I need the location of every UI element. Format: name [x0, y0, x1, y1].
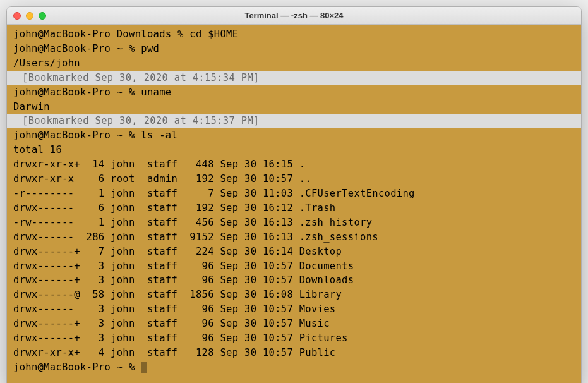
close-button[interactable] — [13, 12, 21, 20]
terminal-line: total 16 — [13, 143, 576, 157]
minimize-button[interactable] — [26, 12, 33, 20]
terminal-line: drwx------+ 3 john staff 96 Sep 30 10:57… — [13, 273, 576, 288]
terminal-line: john@MacBook-Pro ~ % ls -al — [13, 128, 576, 143]
terminal-line: john@MacBook-Pro ~ % uname — [13, 85, 576, 100]
terminal-line: drwx------ 6 john staff 192 Sep 30 16:12… — [13, 201, 576, 216]
terminal-line: drwx------ 3 john staff 96 Sep 30 10:57 … — [13, 302, 576, 317]
terminal-line: drwxr-xr-x+ 4 john staff 128 Sep 30 10:5… — [13, 346, 576, 360]
terminal-line: drwx------+ 3 john staff 96 Sep 30 10:57… — [13, 317, 576, 331]
terminal-line: john@MacBook-Pro Downloads % cd $HOME — [13, 27, 576, 42]
title-bar[interactable]: Terminal — -zsh — 80×24 — [7, 7, 581, 25]
terminal-body[interactable]: john@MacBook-Pro Downloads % cd $HOMEjoh… — [7, 25, 581, 383]
terminal-line: drwxr-xr-x+ 14 john staff 448 Sep 30 16:… — [13, 157, 576, 172]
terminal-line: john@MacBook-Pro ~ % pwd — [13, 42, 576, 56]
terminal-line: drwx------ 286 john staff 9152 Sep 30 16… — [13, 230, 576, 245]
terminal-line: drwx------+ 3 john staff 96 Sep 30 10:57… — [13, 259, 576, 274]
terminal-line: Darwin — [13, 100, 576, 114]
terminal-line: -rw------- 1 john staff 456 Sep 30 16:13… — [13, 216, 576, 230]
traffic-lights — [13, 12, 46, 20]
terminal-line: -r-------- 1 john staff 7 Sep 30 11:03 .… — [13, 186, 576, 201]
cursor — [141, 362, 147, 373]
terminal-line: /Users/john — [13, 56, 576, 71]
bookmark-line: [Bookmarked Sep 30, 2020 at 4:15:34 PM] — [7, 71, 581, 85]
terminal-line: drwx------+ 3 john staff 96 Sep 30 10:57… — [13, 331, 576, 346]
terminal-line: drwx------+ 7 john staff 224 Sep 30 16:1… — [13, 245, 576, 259]
maximize-button[interactable] — [39, 12, 46, 20]
terminal-line: drwxr-xr-x 6 root admin 192 Sep 30 10:57… — [13, 172, 576, 186]
terminal-line: drwx------@ 58 john staff 1856 Sep 30 16… — [13, 288, 576, 302]
terminal-window: Terminal — -zsh — 80×24 john@MacBook-Pro… — [6, 6, 582, 383]
prompt-line: john@MacBook-Pro ~ % — [13, 360, 576, 375]
window-title: Terminal — -zsh — 80×24 — [7, 11, 581, 20]
bookmark-line: [Bookmarked Sep 30, 2020 at 4:15:37 PM] — [7, 114, 581, 128]
